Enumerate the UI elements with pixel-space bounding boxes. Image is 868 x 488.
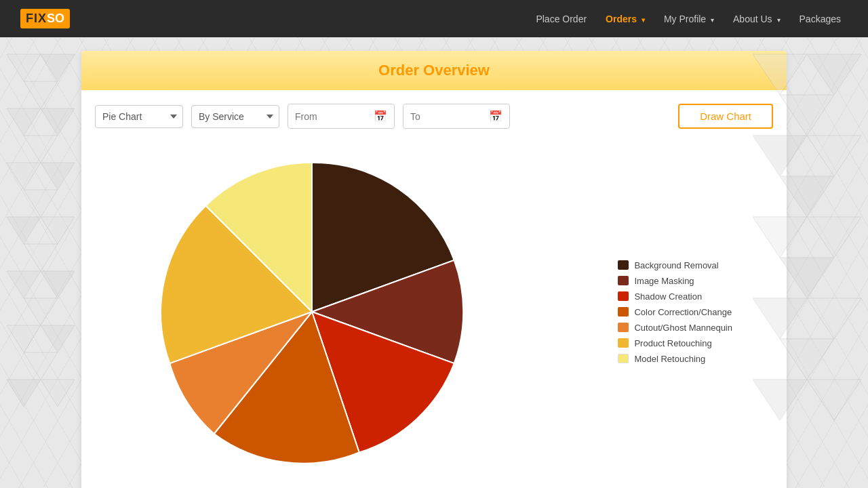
draw-chart-button[interactable]: Draw Chart bbox=[678, 104, 773, 129]
legend-item-shadow-creation: Shadow Creation bbox=[618, 291, 732, 302]
legend-color-color-correction bbox=[618, 307, 629, 317]
nav-about-us[interactable]: About Us ▾ bbox=[726, 9, 787, 28]
legend-label-background-removal: Background Removal bbox=[634, 260, 718, 270]
nav-my-profile[interactable]: My Profile ▾ bbox=[657, 9, 721, 28]
pie-chart bbox=[149, 149, 475, 474]
nav-packages[interactable]: Packages bbox=[793, 9, 848, 28]
legend-color-model-retouching bbox=[618, 354, 629, 363]
about-dropdown-icon: ▾ bbox=[777, 16, 781, 24]
legend-item-color-correction: Color Correction/Change bbox=[618, 307, 732, 317]
legend-label-shadow-creation: Shadow Creation bbox=[634, 291, 702, 302]
chart-legend: Background Removal Image Masking Shadow … bbox=[618, 260, 760, 364]
legend-color-background-removal bbox=[618, 260, 629, 270]
main-content: Order Overview Pie Chart Bar Chart Line … bbox=[0, 37, 868, 488]
nav-place-order[interactable]: Place Order bbox=[529, 9, 593, 28]
from-date-input-wrapper[interactable]: 📅 bbox=[288, 104, 395, 129]
legend-label-image-masking: Image Masking bbox=[634, 276, 694, 286]
legend-item-background-removal: Background Removal bbox=[618, 260, 732, 270]
card-header: Order Overview bbox=[81, 51, 787, 90]
navbar: FIX SO Place Order Orders ▾ My Profile ▾… bbox=[0, 0, 868, 37]
chart-area: Background Removal Image Masking Shadow … bbox=[95, 142, 773, 481]
to-calendar-icon: 📅 bbox=[489, 110, 502, 123]
to-date-input-wrapper[interactable]: 📅 bbox=[403, 104, 510, 129]
legend-label-color-correction: Color Correction/Change bbox=[634, 307, 732, 317]
legend-item-model-retouching: Model Retouching bbox=[618, 354, 732, 364]
nav-menu: Place Order Orders ▾ My Profile ▾ About … bbox=[529, 9, 848, 28]
orders-dropdown-icon: ▾ bbox=[642, 16, 645, 24]
order-overview-card: Order Overview Pie Chart Bar Chart Line … bbox=[81, 51, 787, 488]
legend-label-cutout: Cutout/Ghost Mannequin bbox=[634, 323, 732, 333]
page-title: Order Overview bbox=[92, 62, 776, 79]
brand-logo[interactable]: FIX SO bbox=[20, 9, 70, 28]
chart-type-select[interactable]: Pie Chart Bar Chart Line Chart bbox=[95, 105, 183, 128]
from-date-input[interactable] bbox=[295, 111, 370, 122]
legend-label-product-retouching: Product Retouching bbox=[634, 338, 711, 348]
card-body: Pie Chart Bar Chart Line Chart By Servic… bbox=[81, 90, 787, 488]
legend-item-cutout: Cutout/Ghost Mannequin bbox=[618, 323, 732, 333]
group-by-select[interactable]: By Service By Status By Date bbox=[191, 105, 279, 128]
legend-label-model-retouching: Model Retouching bbox=[634, 354, 705, 364]
nav-orders[interactable]: Orders ▾ bbox=[599, 9, 652, 28]
legend-item-image-masking: Image Masking bbox=[618, 276, 732, 286]
legend-color-shadow-creation bbox=[618, 291, 629, 301]
legend-item-product-retouching: Product Retouching bbox=[618, 338, 732, 348]
to-date-input[interactable] bbox=[410, 111, 485, 122]
brand-so-text: SO bbox=[47, 12, 64, 26]
legend-color-cutout bbox=[618, 323, 629, 332]
filters-row: Pie Chart Bar Chart Line Chart By Servic… bbox=[95, 104, 773, 129]
legend-color-product-retouching bbox=[618, 338, 629, 348]
brand-fix-text: FIX bbox=[26, 12, 47, 26]
legend-color-image-masking bbox=[618, 276, 629, 285]
from-calendar-icon: 📅 bbox=[374, 110, 387, 123]
profile-dropdown-icon: ▾ bbox=[711, 16, 714, 24]
